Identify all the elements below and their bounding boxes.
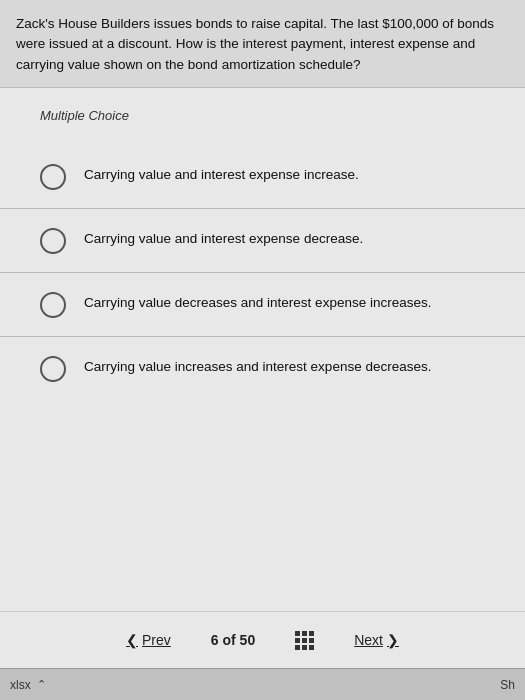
grid-icon[interactable]	[295, 631, 314, 650]
grid-dot-2	[302, 631, 307, 636]
grid-dot-1	[295, 631, 300, 636]
radio-c[interactable]	[40, 292, 66, 318]
option-c-text: Carrying value decreases and interest ex…	[84, 291, 431, 313]
taskbar-file-label: xlsx	[10, 678, 31, 692]
radio-d[interactable]	[40, 356, 66, 382]
radio-b[interactable]	[40, 228, 66, 254]
grid-dot-9	[309, 645, 314, 650]
grid-dot-8	[302, 645, 307, 650]
next-label: Next	[354, 632, 383, 648]
taskbar-left: xlsx ⌃	[10, 678, 46, 692]
next-button[interactable]: Next ❯	[344, 626, 409, 654]
option-a-text: Carrying value and interest expense incr…	[84, 163, 359, 185]
radio-a[interactable]	[40, 164, 66, 190]
option-c[interactable]: Carrying value decreases and interest ex…	[40, 273, 485, 336]
question-section: Zack's House Builders issues bonds to ra…	[0, 0, 525, 88]
option-d-text: Carrying value increases and interest ex…	[84, 355, 431, 377]
next-arrow: ❯	[387, 632, 399, 648]
grid-dot-5	[302, 638, 307, 643]
option-a[interactable]: Carrying value and interest expense incr…	[40, 145, 485, 208]
section-label: Multiple Choice	[40, 108, 485, 123]
page-info: 6 of 50	[211, 632, 255, 648]
prev-arrow: ❮	[126, 632, 138, 648]
main-content: Zack's House Builders issues bonds to ra…	[0, 0, 525, 700]
option-b-text: Carrying value and interest expense decr…	[84, 227, 363, 249]
grid-dot-4	[295, 638, 300, 643]
answer-section: Multiple Choice Carrying value and inter…	[0, 88, 525, 611]
navigation-bar: ❮ Prev 6 of 50 Next ❯	[0, 611, 525, 668]
prev-button[interactable]: ❮ Prev	[116, 626, 181, 654]
grid-dot-6	[309, 638, 314, 643]
taskbar-right-label: Sh	[500, 678, 515, 692]
grid-dot-7	[295, 645, 300, 650]
question-text: Zack's House Builders issues bonds to ra…	[16, 14, 509, 75]
options-list: Carrying value and interest expense incr…	[40, 145, 485, 400]
prev-label: Prev	[142, 632, 171, 648]
option-b[interactable]: Carrying value and interest expense decr…	[40, 209, 485, 272]
taskbar-expand-arrow[interactable]: ⌃	[37, 678, 46, 691]
taskbar: xlsx ⌃ Sh	[0, 668, 525, 700]
grid-dot-3	[309, 631, 314, 636]
option-d[interactable]: Carrying value increases and interest ex…	[40, 337, 485, 400]
